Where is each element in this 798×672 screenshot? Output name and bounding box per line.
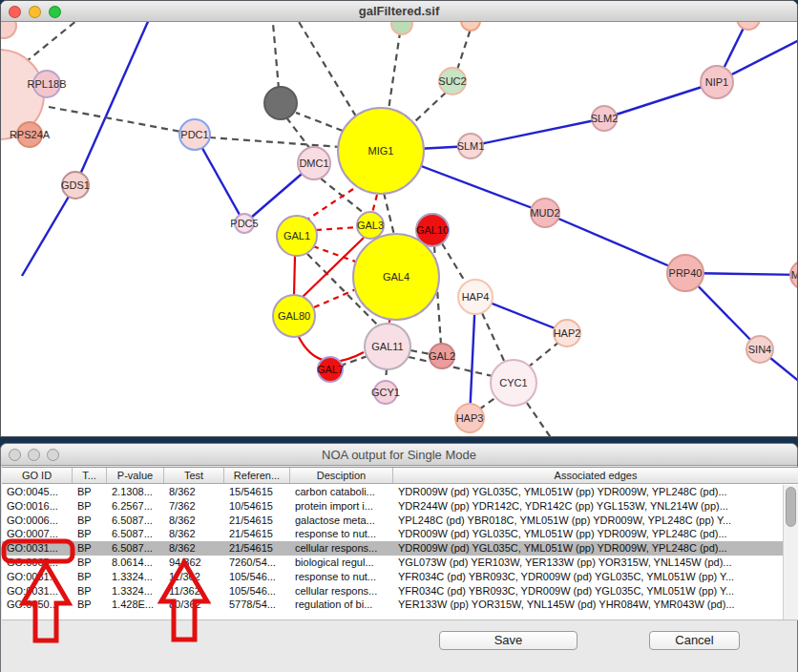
cell-go_id: GO:0006...: [2, 514, 73, 528]
cell-type: BP: [73, 514, 107, 528]
zoom-button-icon[interactable]: [49, 6, 61, 18]
cell-p_value: 1.3324...: [107, 584, 164, 598]
vertical-scrollbar[interactable]: [783, 485, 798, 620]
graph-node-label: HAP3: [456, 412, 484, 424]
save-button[interactable]: Save: [439, 631, 578, 650]
graph-node-label: PDC1: [180, 129, 208, 140]
column-header-reference[interactable]: Referen...: [224, 468, 290, 483]
cell-test: 8/362: [164, 514, 224, 528]
cell-type: BP: [73, 541, 107, 556]
cell-test: 8/362: [164, 485, 224, 499]
cell-reference: 21/54615: [224, 514, 290, 528]
results-table: GO ID T... P-value Test Referen... Desci…: [2, 467, 798, 620]
network-canvas[interactable]: RPL18BRPS24AGDS1PDC1SUC2SLM1SLM2NIP1MUD2…: [1, 22, 798, 437]
minimize-button-icon[interactable]: [28, 449, 40, 461]
graph-edge: [384, 193, 394, 235]
minimize-button-icon[interactable]: [29, 6, 41, 18]
graph-node-label: PDC5: [230, 218, 258, 229]
table-row[interactable]: GO:0031...BP1.3324...11/362105/546...res…: [2, 570, 783, 584]
graph-node-unlabeled[interactable]: [1, 22, 16, 38]
table-header[interactable]: GO ID T... P-value Test Referen... Desci…: [2, 468, 798, 484]
zoom-button-icon[interactable]: [47, 449, 59, 461]
cell-test: 8/362: [164, 541, 224, 556]
graph-node-label: SUC2: [438, 75, 466, 87]
close-button-icon[interactable]: [9, 6, 21, 18]
graph-edge: [529, 342, 559, 367]
cell-test: 11/362: [164, 584, 224, 598]
graph-node-label: GAL7: [317, 364, 344, 375]
column-header-associated-edges[interactable]: Associated edges: [393, 468, 798, 483]
cell-p_value: 6.2567...: [107, 499, 164, 514]
table-row[interactable]: GO:0006...BP6.5087...8/36221/54615galact…: [2, 514, 783, 528]
graph-node-label: SIN4: [748, 344, 771, 355]
column-header-p-value[interactable]: P-value: [107, 468, 164, 483]
graph-edge: [316, 227, 358, 230]
cell-test: 94/362: [164, 556, 224, 570]
cell-p_value: 6.5087...: [107, 541, 164, 556]
graph-node-label: GAL80: [278, 310, 310, 322]
graph-node-label: GAL1: [284, 230, 310, 242]
table-row[interactable]: GO:0007...BP6.5087...8/36221/54615respon…: [2, 527, 783, 541]
cell-description: carbon cataboli...: [290, 485, 393, 499]
graph-node-label: RPL18B: [28, 78, 67, 90]
table-row[interactable]: GO:0045...BP2.1308...8/36215/54615carbon…: [2, 485, 783, 499]
cell-reference: 105/546...: [224, 570, 290, 584]
cell-p_value: 2.1308...: [107, 485, 164, 499]
scrollbar-thumb[interactable]: [786, 487, 796, 527]
graph-edge: [527, 403, 552, 437]
cell-reference: 105/546...: [224, 584, 290, 598]
graph-node-label: SLM1: [457, 140, 485, 152]
cell-description: cellular respons...: [290, 541, 393, 556]
cell-edges: YPL248C (pd) YBR018C, YML051W (pp) YDR00…: [393, 514, 783, 528]
cell-description: response to nut...: [290, 527, 393, 541]
graph-edge: [410, 350, 430, 354]
graph-node-label: NIP1: [705, 76, 728, 88]
network-window-titlebar[interactable]: galFiltered.sif: [1, 1, 797, 22]
table-row[interactable]: GO:0031...BP6.5087...8/36221/54615cellul…: [2, 541, 783, 556]
cell-type: BP: [73, 556, 107, 570]
graph-edge: [49, 107, 181, 132]
close-button-icon[interactable]: [9, 449, 21, 461]
table-row[interactable]: GO:0050...BP1.428E...80/3625778/54...reg…: [2, 598, 783, 612]
column-header-test[interactable]: Test: [164, 468, 224, 483]
table-row[interactable]: GO:0031...BP1.3324...11/362105/546...cel…: [2, 584, 783, 598]
graph-node-label: GDS1: [61, 179, 90, 191]
graph-edge: [482, 313, 505, 363]
graph-edge: [272, 22, 279, 89]
cancel-button[interactable]: Cancel: [649, 631, 740, 650]
graph-node-unlabeled[interactable]: [737, 22, 760, 30]
noa-window-titlebar[interactable]: NOA output for Single Mode: [1, 444, 797, 466]
cell-type: BP: [73, 584, 107, 598]
graph-node-unlabeled[interactable]: [461, 22, 480, 31]
cell-edges: YDR009W (pd) YGL035C, YML051W (pp) YDR00…: [393, 485, 783, 499]
graph-node-label: PRP40: [669, 267, 703, 279]
column-header-go-id[interactable]: GO ID: [2, 468, 73, 483]
column-header-type[interactable]: T...: [73, 468, 107, 483]
table-row[interactable]: GO:0016...BP6.2567...7/36210/54615protei…: [2, 499, 783, 514]
graph-node-label: HAP4: [462, 291, 490, 303]
graph-node-label: CYC1: [499, 377, 527, 388]
graph-edge: [386, 368, 387, 382]
graph-node-unlabeled[interactable]: [391, 22, 412, 34]
cell-edges: YDR009W (pd) YGL035C, YML051W (pp) YDR00…: [393, 527, 783, 541]
graph-edge: [442, 243, 467, 284]
cell-test: 7/362: [164, 499, 224, 514]
cell-reference: 15/54615: [224, 485, 290, 499]
noa-window: NOA output for Single Mode GO ID T... P-…: [0, 443, 798, 672]
graph-node-label: GAL10: [416, 224, 449, 236]
cell-edges: YFR034C (pd) YBR093C, YDR009W (pd) YGL03…: [393, 570, 783, 584]
cell-p_value: 1.428E...: [107, 598, 164, 612]
graph-node-label: SLM2: [591, 113, 619, 124]
table-row[interactable]: GO:0065...BP8.0614...94/3627260/54...bio…: [2, 556, 783, 570]
graph-edge: [296, 113, 343, 131]
graph-node-unlabeled[interactable]: [264, 87, 297, 119]
graph-node-label: GAL4: [383, 271, 410, 283]
cell-go_id: GO:0031...: [2, 570, 73, 584]
screen: RPL18BRPS24AGDS1PDC1SUC2SLM1SLM2NIP1MUD2…: [0, 0, 798, 672]
graph-node-label: MSL1: [791, 269, 798, 281]
cell-go_id: GO:0065...: [2, 556, 73, 570]
column-header-description[interactable]: Desciption: [290, 468, 393, 483]
cell-edges: YER133W (pp) YOR315W, YNL145W (pd) YHR08…: [393, 598, 783, 612]
cell-go_id: GO:0031...: [2, 541, 73, 556]
graph-edge: [372, 195, 377, 213]
